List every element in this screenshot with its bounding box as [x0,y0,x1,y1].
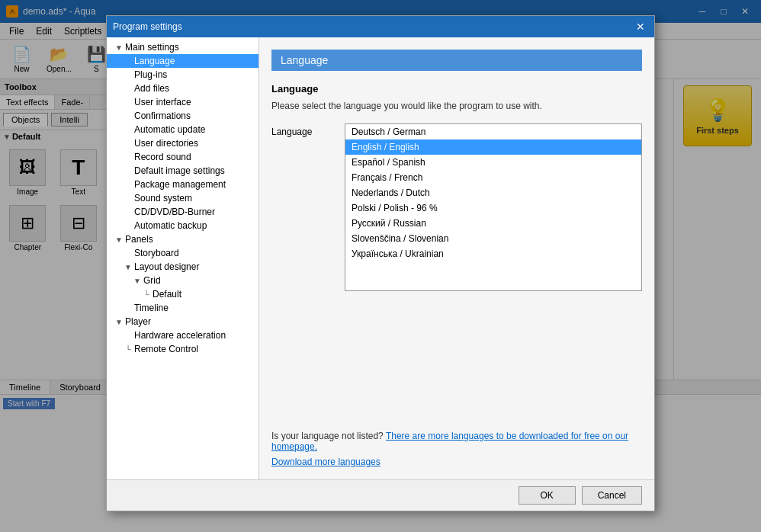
tree-user-interface[interactable]: User interface [107,95,258,109]
tree-auto-update[interactable]: Automatic update [107,123,258,136]
tree-label-player: Player [125,316,151,327]
lang-german[interactable]: Deutsch / German [345,124,641,139]
language-label: Language [271,123,332,137]
tree-record-sound[interactable]: Record sound [107,150,258,164]
tree-label-timeline: Timeline [134,303,169,313]
tree-grid[interactable]: ▼ Grid [107,274,258,287]
footer-paragraph: Is your language not listed? There are m… [271,431,642,452]
tree-auto-backup[interactable]: Automatic backup [107,219,258,232]
dialog-close-button[interactable]: ✕ [633,20,648,34]
tree-label-panels: Panels [125,234,153,245]
lang-polish[interactable]: Polski / Polish - 96 % [345,200,641,216]
program-settings-dialog: Program settings ✕ ▼ Main settings Langu… [106,15,655,511]
lang-slovenian[interactable]: Slovenščina / Slovenian [345,231,641,246]
tree-timeline[interactable]: Timeline [107,301,258,315]
lang-dutch[interactable]: Nederlands / Dutch [345,185,641,200]
tree-label-grid: Grid [143,275,161,286]
tree-remote-control[interactable]: └ Remote Control [107,342,258,356]
tree-label-user-dirs: User directories [134,138,198,149]
footer-link[interactable]: There are more languages to be downloade… [386,431,628,441]
tree-label-remote-control: Remote Control [134,344,198,354]
dialog-footer: OK Cancel [107,479,654,511]
section-header: Language [271,50,642,71]
expander-main: ▼ [113,43,125,52]
dialog-overlay: Program settings ✕ ▼ Main settings Langu… [0,0,761,532]
tree-label-sound-system: Sound system [134,193,192,204]
tree-add-files[interactable]: Add files [107,82,258,95]
tree-hw-accel[interactable]: Hardware acceleration [107,328,258,342]
tree-storyboard[interactable]: Storyboard [107,246,258,260]
tree-label-language: Language [134,56,175,66]
tree-label-storyboard: Storyboard [134,248,179,258]
tree-label-default-image: Default image settings [134,165,225,176]
tree-default-image[interactable]: Default image settings [107,164,258,178]
tree-label-user-interface: User interface [134,97,191,107]
dialog-title: Program settings [113,21,633,32]
tree-label-default: Default [153,289,181,300]
lang-spanish[interactable]: Español / Spanish [345,155,641,170]
lang-russian[interactable]: Русский / Russian [345,216,641,231]
tree-label-package-mgmt: Package management [134,179,226,190]
tree-label-record-sound: Record sound [134,152,191,162]
tree-main-settings[interactable]: ▼ Main settings [107,40,258,54]
settings-tree: ▼ Main settings Language Plug-ins Add fi… [107,37,259,479]
tree-label-dvd-burner: CD/DVD/BD-Burner [134,207,215,217]
tree-label-auto-backup: Automatic backup [134,220,207,231]
tree-label-plugins: Plug-ins [134,69,167,80]
homepage-link[interactable]: homepage. [271,441,317,452]
language-listbox[interactable]: Deutsch / German English / English Españ… [345,123,642,291]
tree-label-auto-update: Automatic update [134,124,205,135]
tree-label-layout-designer: Layout designer [134,261,199,272]
tree-sound-system[interactable]: Sound system [107,191,258,205]
section-subtitle: Language [271,83,642,95]
tree-language[interactable]: Language [107,54,258,68]
tree-panels[interactable]: ▼ Panels [107,232,258,246]
download-languages-link[interactable]: Download more languages [271,457,642,467]
section-description: Please select the language you would lik… [271,101,642,111]
tree-package-mgmt[interactable]: Package management [107,178,258,191]
tree-default[interactable]: └ Default [107,287,258,301]
dialog-body: ▼ Main settings Language Plug-ins Add fi… [107,37,654,479]
tree-layout-designer[interactable]: ▼ Layout designer [107,260,258,274]
settings-content: Language Language Please select the lang… [259,37,654,479]
cancel-button[interactable]: Cancel [582,486,642,505]
tree-dvd-burner[interactable]: CD/DVD/BD-Burner [107,205,258,219]
dialog-titlebar: Program settings ✕ [107,16,654,37]
tree-confirmations[interactable]: Confirmations [107,109,258,123]
footer-area: Is your language not listed? There are m… [271,431,642,467]
lang-french[interactable]: Français / French [345,170,641,185]
footer-text-static: Is your language not listed? [271,431,386,441]
lang-ukrainian[interactable]: Українська / Ukrainian [345,246,641,261]
tree-plugins[interactable]: Plug-ins [107,68,258,82]
tree-label-add-files: Add files [134,83,169,94]
tree-label-main-settings: Main settings [125,42,179,53]
tree-label-confirmations: Confirmations [134,111,191,121]
tree-label-hw-accel: Hardware acceleration [134,330,226,341]
tree-player[interactable]: ▼ Player [107,315,258,328]
lang-english[interactable]: English / English [345,139,641,155]
ok-button[interactable]: OK [519,486,576,505]
language-row: Language Deutsch / German English / Engl… [271,123,642,291]
tree-user-dirs[interactable]: User directories [107,136,258,150]
